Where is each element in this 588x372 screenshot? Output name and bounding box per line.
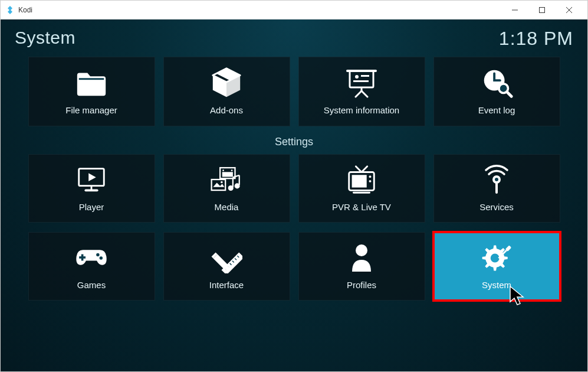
svg-point-22 [231,169,233,171]
svg-rect-49 [213,254,229,270]
tile-system-information[interactable]: System information [298,57,425,126]
page-title: System [15,28,75,50]
tile-label: Services [479,202,514,212]
tile-label: Media [215,202,239,212]
tile-label: System information [324,105,399,115]
svg-point-21 [222,169,224,171]
tile-label: File manager [65,105,117,115]
tile-label: Event log [478,105,515,115]
svg-point-36 [495,178,498,181]
tile-pvr-live-tv[interactable]: PVR & Live TV [298,154,425,223]
svg-point-15 [500,84,507,92]
play-monitor-icon [74,165,109,194]
window-title: Kodi [18,6,501,14]
svg-point-26 [228,185,234,190]
ruler-pencil-icon [209,243,244,272]
svg-rect-8 [361,75,369,77]
top-tile-row: File manager Add-ons System information [15,57,573,126]
svg-point-32 [369,175,372,178]
svg-rect-23 [222,172,233,177]
svg-point-40 [96,253,99,256]
settings-row-2: Games Interface Profiles [15,232,573,301]
svg-point-25 [221,181,223,183]
settings-section-label: Settings [15,136,573,148]
svg-rect-31 [352,175,367,187]
tile-add-ons[interactable]: Add-ons [163,57,290,126]
svg-rect-4 [79,78,104,80]
svg-rect-9 [353,80,369,82]
svg-rect-1 [540,7,545,12]
tile-media[interactable]: Media [163,154,290,223]
maximize-button[interactable] [528,1,556,19]
tile-label: System [482,280,511,290]
broadcast-icon [479,165,514,194]
svg-line-29 [362,166,367,172]
clock: 1:18 PM [499,28,573,50]
close-button[interactable] [556,1,583,19]
app-icon [5,5,15,15]
tile-profiles[interactable]: Profiles [298,232,425,301]
tile-label: Player [79,202,104,212]
package-icon [209,68,244,97]
window-controls [501,1,583,19]
tile-label: Profiles [347,280,376,290]
titlebar: Kodi [1,1,587,19]
folder-icon [74,68,109,97]
header: System 1:18 PM [1,19,587,54]
svg-point-33 [369,180,372,182]
clock-search-icon [479,68,514,97]
svg-line-11 [356,91,362,97]
minimize-button[interactable] [501,1,528,19]
settings-row-1: Player Media PVR & Live TV [15,154,573,223]
gear-screwdriver-icon [479,243,514,272]
tile-label: Add-ons [210,105,243,115]
app-window: Kodi System 1:18 PM [0,0,588,372]
tile-player[interactable]: Player [28,154,155,223]
app-body: System 1:18 PM File manager Add-ons [1,19,587,371]
tile-label: PVR & Live TV [332,202,391,212]
svg-rect-5 [350,71,373,87]
tile-label: Interface [209,280,244,290]
svg-point-52 [491,253,500,262]
svg-line-28 [356,166,362,172]
svg-point-41 [100,256,103,259]
presentation-icon [344,68,379,97]
svg-rect-39 [79,256,86,259]
tile-services[interactable]: Services [433,154,560,223]
gamepad-icon [74,243,109,272]
tile-file-manager[interactable]: File manager [28,57,155,126]
media-group-icon [209,165,244,194]
tile-system[interactable]: System [433,232,560,301]
tile-games[interactable]: Games [28,232,155,301]
tile-event-log[interactable]: Event log [433,57,560,126]
svg-point-27 [235,183,240,188]
tv-icon [344,165,379,194]
svg-point-51 [356,244,367,256]
content: File manager Add-ons System information [1,54,587,322]
person-icon [344,243,379,272]
svg-point-7 [355,75,359,79]
tile-label: Games [77,280,106,290]
svg-line-12 [362,91,367,97]
svg-line-16 [507,92,511,96]
tile-interface[interactable]: Interface [163,232,290,301]
